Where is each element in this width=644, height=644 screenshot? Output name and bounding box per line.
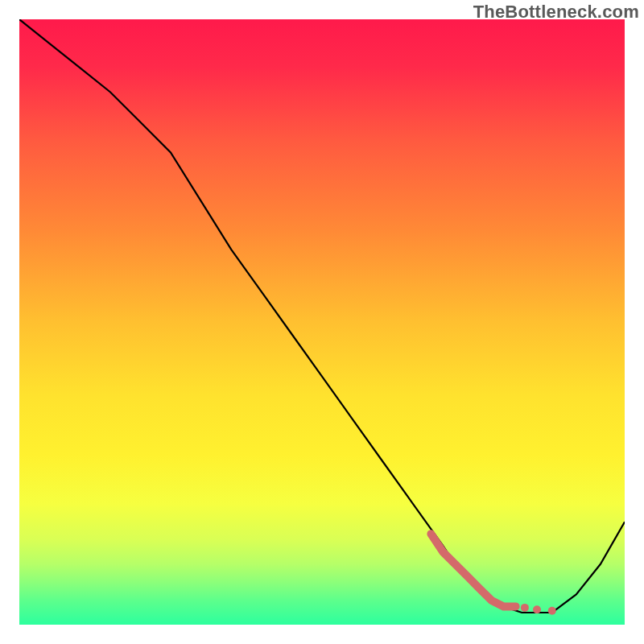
watermark-text: TheBottleneck.com	[473, 2, 639, 23]
chart-container: TheBottleneck.com	[0, 0, 644, 644]
plot-area	[19, 19, 625, 625]
chart-svg	[19, 19, 625, 625]
gradient-background	[19, 19, 625, 625]
highlight-dot	[521, 604, 529, 612]
highlight-dot	[533, 605, 541, 613]
highlight-dot	[548, 607, 556, 615]
